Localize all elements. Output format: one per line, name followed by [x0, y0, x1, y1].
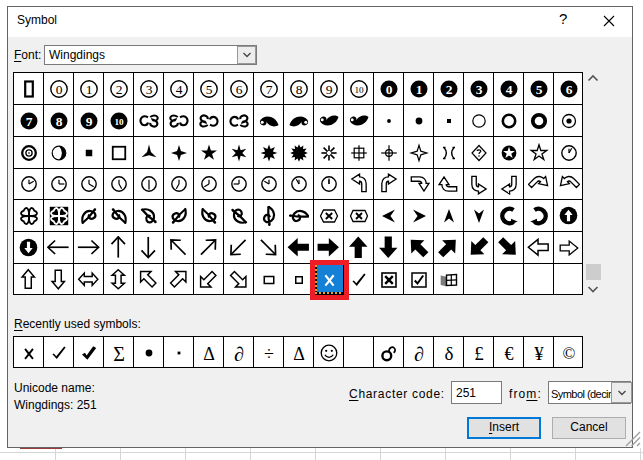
svg-text:Δ: Δ [203, 343, 215, 363]
svg-text:7: 7 [265, 82, 272, 97]
svg-text:2: 2 [445, 82, 452, 97]
svg-text:8: 8 [295, 82, 302, 97]
svg-text:Σ: Σ [113, 343, 125, 363]
svg-text:0: 0 [55, 82, 62, 97]
svg-text:£: £ [474, 343, 484, 363]
svg-text:1: 1 [85, 82, 92, 97]
svg-text:3: 3 [475, 82, 482, 97]
svg-text:¥: ¥ [534, 343, 544, 363]
svg-text:9: 9 [325, 82, 332, 97]
svg-text:Δ: Δ [293, 343, 305, 363]
svg-text:2: 2 [115, 82, 122, 97]
svg-text:10: 10 [354, 84, 364, 94]
svg-text:9: 9 [85, 114, 92, 129]
svg-text:8: 8 [55, 114, 62, 129]
svg-text:6: 6 [565, 82, 572, 97]
svg-text:©: © [562, 344, 575, 363]
svg-text:4: 4 [505, 82, 512, 97]
svg-text:÷: ÷ [264, 343, 274, 363]
svg-text:10: 10 [114, 116, 124, 126]
svg-text:€: € [504, 343, 513, 363]
svg-text:6: 6 [235, 82, 242, 97]
svg-text:5: 5 [205, 82, 212, 97]
svg-text:1: 1 [415, 82, 422, 97]
svg-text:7: 7 [25, 114, 32, 129]
svg-text:4: 4 [175, 82, 182, 97]
svg-text:5: 5 [535, 82, 542, 97]
svg-text:∂: ∂ [414, 343, 424, 363]
svg-text:∂: ∂ [234, 343, 244, 363]
svg-text:3: 3 [145, 82, 152, 97]
svg-text:δ: δ [444, 343, 453, 363]
svg-text:0: 0 [385, 82, 392, 97]
